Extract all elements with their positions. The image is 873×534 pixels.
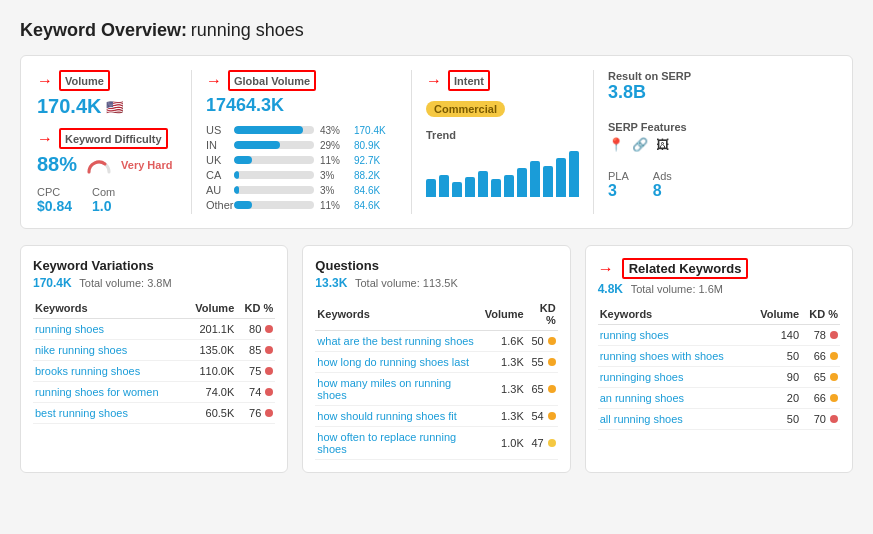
country-row: Other 11% 84.6K — [206, 199, 397, 211]
country-vol: 170.4K — [354, 125, 386, 136]
keyword-link[interactable]: an running shoes — [600, 392, 684, 404]
kd-dot — [265, 367, 273, 375]
keyword-link[interactable]: all running shoes — [600, 413, 683, 425]
keyword-link[interactable]: running shoes — [35, 323, 104, 335]
questions-section: Questions 13.3K Total volume: 113.5K Key… — [302, 245, 570, 473]
keyword-link[interactable]: nike running shoes — [35, 344, 127, 356]
q-col-keywords: Keywords — [315, 298, 483, 331]
kd-cell: 78 — [801, 325, 840, 346]
keyword-link[interactable]: how should running shoes fit — [317, 410, 456, 422]
kd-cell: 85 — [236, 340, 275, 361]
volume-cell: 50 — [750, 409, 801, 430]
volume-cell: 201.1K — [185, 319, 236, 340]
country-vol: 88.2K — [354, 170, 380, 181]
pla-value: 3 — [608, 182, 617, 199]
keyword-link[interactable]: what are the best running shoes — [317, 335, 474, 347]
trend-bar — [543, 166, 553, 197]
keyword-link[interactable]: how long do running shoes last — [317, 356, 469, 368]
kd-dot — [830, 394, 838, 402]
q-total: Total volume: 113.5K — [355, 277, 458, 289]
volume-cell: 90 — [750, 367, 801, 388]
bar-fill — [234, 201, 252, 209]
bar-bg — [234, 201, 314, 209]
country-pct: 43% — [320, 125, 348, 136]
table-row: an running shoes 20 66 — [598, 388, 840, 409]
keyword-link[interactable]: best running shoes — [35, 407, 128, 419]
volume-cell: 74.0K — [185, 382, 236, 403]
rk-total: Total volume: 1.6M — [631, 283, 723, 295]
keyword-link[interactable]: running shoes with shoes — [600, 350, 724, 362]
country-pct: 29% — [320, 140, 348, 151]
country-row: US 43% 170.4K — [206, 124, 397, 136]
kd-cell: 65 — [801, 367, 840, 388]
volume-label-box: Volume — [59, 70, 110, 91]
keyword-link[interactable]: running shoes for women — [35, 386, 159, 398]
kv-col-kd: KD % — [236, 298, 275, 319]
trend-bar — [491, 179, 501, 197]
bar-bg — [234, 186, 314, 194]
serp-features-icons: 📍 🔗 🖼 — [608, 137, 734, 152]
volume-cell: 140 — [750, 325, 801, 346]
table-row: running shoes with shoes 50 66 — [598, 346, 840, 367]
country-code: IN — [206, 139, 228, 151]
kd-percent: 88% — [37, 153, 77, 176]
ads-label: Ads — [653, 170, 672, 182]
kd-rating: Very Hard — [121, 159, 172, 171]
country-vol: 92.7K — [354, 155, 380, 166]
bar-bg — [234, 141, 314, 149]
arrow-volume: → — [37, 72, 53, 90]
kd-cell: 50 — [526, 331, 558, 352]
keyword-link[interactable]: how often to replace running shoes — [317, 431, 456, 455]
cpc-value: $0.84 — [37, 198, 72, 214]
keyword-link[interactable]: brooks running shoes — [35, 365, 140, 377]
kd-dot — [830, 415, 838, 423]
volume-value: 170.4K — [37, 95, 102, 118]
keyword-link[interactable]: running shoes — [600, 329, 669, 341]
volume-cell: 1.3K — [483, 352, 526, 373]
bar-fill — [234, 126, 303, 134]
intent-badge: Commercial — [426, 101, 505, 117]
kd-dot — [265, 325, 273, 333]
related-title-box: Related Keywords — [622, 258, 749, 279]
com-value: 1.0 — [92, 198, 111, 214]
link-icon: 🔗 — [632, 137, 648, 152]
global-vol-value: 17464.3K — [206, 95, 397, 116]
volume-cell: 135.0K — [185, 340, 236, 361]
rk-col-kd: KD % — [801, 304, 840, 325]
table-row: how should running shoes fit 1.3K 54 — [315, 406, 557, 427]
kd-label: Keyword Difficulty — [65, 133, 162, 145]
volume-flag: 🇺🇸 — [106, 99, 123, 115]
arrow-kd: → — [37, 130, 53, 148]
country-row: IN 29% 80.9K — [206, 139, 397, 151]
volume-cell: 50 — [750, 346, 801, 367]
trend-bar — [504, 175, 514, 197]
trend-bar — [465, 177, 475, 197]
keyword-variations-section: Keyword Variations 170.4K Total volume: … — [20, 245, 288, 473]
kv-total: Total volume: 3.8M — [79, 277, 171, 289]
keyword-link[interactable]: how many miles on running shoes — [317, 377, 451, 401]
trend-bar — [426, 179, 436, 197]
kd-dot — [548, 412, 556, 420]
com-label: Com — [92, 186, 115, 198]
country-pct: 3% — [320, 185, 348, 196]
image-icon: 🖼 — [656, 137, 669, 152]
kd-cell: 66 — [801, 388, 840, 409]
kd-arc-icon — [85, 156, 113, 174]
q-title: Questions — [315, 258, 557, 273]
kd-cell: 47 — [526, 427, 558, 460]
title-label: Keyword Overview: — [20, 20, 187, 40]
trend-bar — [530, 161, 540, 197]
volume-cell: 1.3K — [483, 406, 526, 427]
table-row: nike running shoes 135.0K 85 — [33, 340, 275, 361]
keyword-link[interactable]: runninging shoes — [600, 371, 684, 383]
kd-cell: 65 — [526, 373, 558, 406]
kd-dot — [548, 358, 556, 366]
bar-fill — [234, 186, 239, 194]
table-row: all running shoes 50 70 — [598, 409, 840, 430]
serp-result-label: Result on SERP — [608, 70, 734, 82]
location-icon: 📍 — [608, 137, 624, 152]
kd-dot — [265, 409, 273, 417]
intent-label-box: Intent — [448, 70, 490, 91]
rk-col-keywords: Keywords — [598, 304, 750, 325]
table-row: what are the best running shoes 1.6K 50 — [315, 331, 557, 352]
